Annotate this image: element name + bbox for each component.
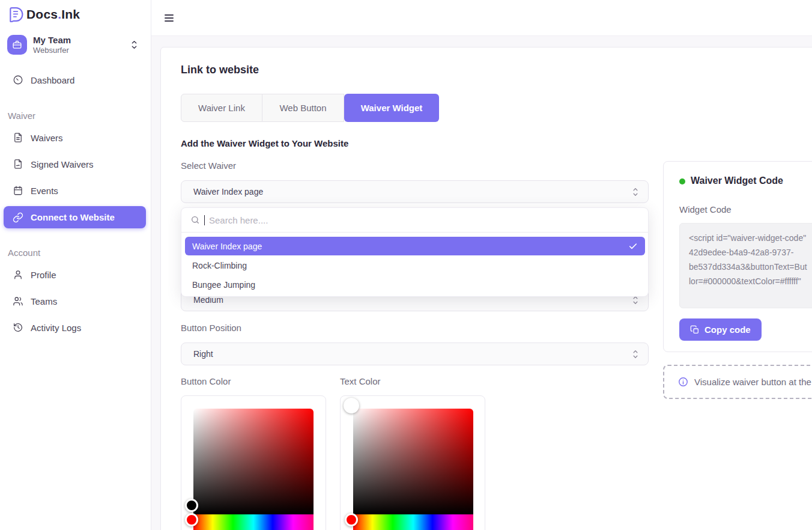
users-icon <box>13 296 23 306</box>
button-color-saturation-area[interactable] <box>193 409 314 514</box>
search-icon <box>190 215 200 225</box>
dropdown-search-input[interactable] <box>209 215 569 225</box>
docsink-logo-icon <box>8 7 23 22</box>
select-waiver-dropdown[interactable]: Waiver Index page <box>181 180 649 203</box>
select-waiver-label: Select Waiver <box>181 160 236 171</box>
code-line: be537dd334a3&buttonText=But <box>689 260 812 274</box>
chevron-up-down-icon <box>631 187 640 197</box>
code-line: 42d9edee-b4a9-42a8-9737- <box>689 245 812 260</box>
sidebar-section-waiver: Waiver <box>8 111 35 121</box>
status-dot <box>679 178 685 184</box>
team-name: My Team <box>33 35 71 46</box>
dropdown-search-row <box>181 208 648 233</box>
code-line: lor=#000000&textColor=#ffffff" <box>689 274 812 288</box>
chevron-up-down-icon <box>631 349 640 359</box>
gauge-icon <box>13 75 23 85</box>
sidebar-item-events[interactable]: Events <box>13 185 58 196</box>
file-signature-icon <box>13 159 23 169</box>
check-icon <box>628 242 638 251</box>
sidebar-item-dashboard[interactable]: Dashboard <box>13 75 74 85</box>
copy-icon <box>690 325 700 335</box>
text-color-saturation-area[interactable] <box>353 409 473 514</box>
sidebar: Docs.Ink My Team Websurfer Dashboard Wai… <box>0 0 151 530</box>
link-icon <box>13 212 23 223</box>
history-icon <box>13 322 23 333</box>
button-color-hue-slider[interactable] <box>193 514 314 530</box>
page-title: Link to website <box>181 64 259 76</box>
dropdown-option-waiver-index-page[interactable]: Waiver Index page <box>185 237 645 255</box>
sidebar-item-connect-to-website[interactable]: Connect to Website <box>4 206 146 228</box>
code-line: <script id="waiver-widget-code" <box>689 231 812 245</box>
sidebar-item-profile[interactable]: Profile <box>13 269 56 280</box>
brand-logo: Docs.Ink <box>8 7 80 22</box>
team-avatar <box>7 35 27 55</box>
text-color-hue-slider[interactable] <box>353 514 473 530</box>
button-position-label: Button Position <box>181 323 241 333</box>
section-subheading: Add the Waiver Widget to Your Website <box>181 138 348 148</box>
dropdown-option-rock-climbing[interactable]: Rock-Climbing <box>185 256 645 275</box>
dropdown-option-bungee-jumping[interactable]: Bungee Jumping <box>185 275 645 294</box>
topbar <box>151 0 812 36</box>
chevron-up-down-icon <box>130 40 138 50</box>
text-color-label: Text Color <box>340 376 381 386</box>
widget-panel-title: Waiver Widget Code <box>691 175 783 186</box>
sidebar-item-teams[interactable]: Teams <box>13 296 57 306</box>
waiver-dropdown-panel: Waiver Index page Rock-Climbing Bungee J… <box>181 207 649 297</box>
tab-web-button[interactable]: Web Button <box>262 94 344 122</box>
menu-toggle-icon[interactable] <box>165 14 174 22</box>
team-switcher[interactable]: My Team Websurfer <box>7 34 144 55</box>
file-text-icon <box>13 132 23 143</box>
tab-group: Waiver Link Web Button Waiver Widget <box>181 94 439 122</box>
button-color-saturation-handle[interactable] <box>185 499 198 512</box>
user-icon <box>13 269 23 280</box>
button-position-dropdown[interactable]: Right <box>181 343 649 365</box>
text-color-saturation-handle[interactable] <box>344 398 359 413</box>
visualize-note: Visualize waiver button at the b <box>663 365 812 399</box>
widget-code-label: Widget Code <box>679 204 732 215</box>
sidebar-item-activity-logs[interactable]: Activity Logs <box>13 322 81 333</box>
brand-name: Docs.Ink <box>26 7 80 22</box>
calendar-icon <box>13 185 23 196</box>
briefcase-icon <box>12 40 22 50</box>
tab-waiver-widget[interactable]: Waiver Widget <box>344 94 439 122</box>
team-subtitle: Websurfer <box>33 46 71 55</box>
info-icon <box>678 377 688 387</box>
visualize-note-text: Visualize waiver button at the b <box>694 377 812 387</box>
sidebar-item-signed-waivers[interactable]: Signed Waivers <box>13 159 94 169</box>
tab-waiver-link[interactable]: Waiver Link <box>181 94 262 122</box>
sidebar-item-waivers[interactable]: Waivers <box>13 132 63 143</box>
widget-code-box: <script id="waiver-widget-code" 42d9edee… <box>679 223 812 308</box>
copy-code-button[interactable]: Copy code <box>679 318 762 341</box>
text-caret <box>204 215 205 225</box>
button-color-label: Button Color <box>181 376 231 386</box>
button-color-hue-handle[interactable] <box>185 513 198 526</box>
text-color-hue-handle[interactable] <box>345 513 358 526</box>
sidebar-section-account: Account <box>8 248 40 258</box>
